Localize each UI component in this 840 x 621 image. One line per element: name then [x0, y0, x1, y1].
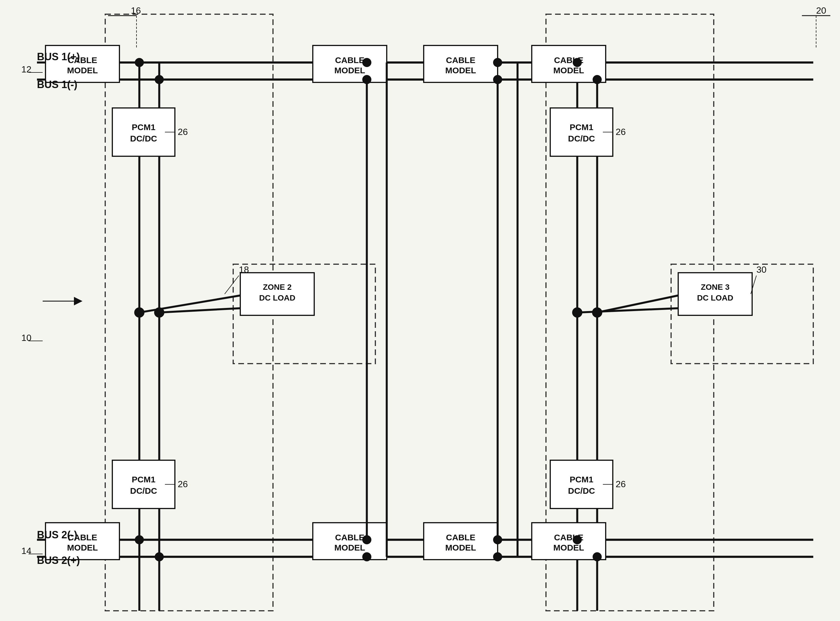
- ref-10: 10: [21, 333, 32, 343]
- cable-model-6-line1: CABLE: [335, 533, 364, 542]
- cable-model-7-line1: CABLE: [446, 533, 475, 542]
- svg-point-65: [493, 552, 502, 561]
- diagram: BUS 1(+) BUS 1(-) BUS 2(-) BUS 2(+) 16 2…: [0, 0, 840, 621]
- zone2-line2: DC LOAD: [259, 294, 295, 302]
- ref-26b: 26: [178, 479, 188, 489]
- cable-model-4-line1: CABLE: [554, 55, 583, 65]
- pcm-tr-line1: PCM1: [570, 123, 593, 132]
- cable-model-4-line2: MODEL: [553, 66, 584, 75]
- pcm-br-line2: DC/DC: [568, 486, 595, 495]
- bus2-pos-label: BUS 2(+): [37, 554, 80, 566]
- cable-model-2-line1: CABLE: [335, 55, 364, 65]
- cable-model-8-line1: CABLE: [554, 533, 583, 542]
- svg-point-29: [592, 75, 602, 84]
- ref-26d: 26: [616, 479, 626, 489]
- pcm-tl-line2: DC/DC: [130, 134, 157, 143]
- svg-marker-73: [74, 297, 82, 305]
- ref-30: 30: [756, 265, 767, 275]
- pcm-bl-line1: PCM1: [132, 475, 155, 484]
- cable-model-1-line2: MODEL: [67, 66, 98, 75]
- cable-model-6-line2: MODEL: [334, 543, 365, 552]
- pcm-tr-line2: DC/DC: [568, 134, 595, 143]
- bus1-neg-label: BUS 1(-): [37, 79, 77, 90]
- ref-14: 14: [21, 546, 32, 556]
- ref-18: 18: [239, 265, 249, 275]
- svg-point-33: [592, 552, 602, 561]
- cable-model-3-line2: MODEL: [445, 66, 476, 75]
- cable-model-7-line2: MODEL: [445, 543, 476, 552]
- svg-line-74: [225, 276, 239, 294]
- cable-model-2-line2: MODEL: [334, 66, 365, 75]
- cable-model-5-line1: CABLE: [68, 533, 97, 542]
- ref-12: 12: [21, 64, 32, 74]
- svg-line-41: [577, 308, 678, 312]
- pcm-bl-line2: DC/DC: [130, 486, 157, 495]
- svg-point-63: [362, 552, 371, 561]
- pcm-br-line1: PCM1: [570, 475, 593, 484]
- svg-point-60: [493, 58, 502, 67]
- cable-model-5-line2: MODEL: [67, 543, 98, 552]
- cable-model-1-line1: CABLE: [68, 55, 97, 65]
- pcm-tl-line1: PCM1: [132, 123, 155, 132]
- zone3-line1: ZONE 3: [701, 283, 729, 291]
- ref-26c: 26: [616, 127, 626, 137]
- ref-20: 20: [816, 5, 826, 16]
- zone3-line2: DC LOAD: [697, 294, 734, 302]
- cable-model-3-line1: CABLE: [446, 55, 475, 65]
- svg-line-39: [159, 308, 240, 312]
- ref-16: 16: [131, 5, 141, 16]
- cable-model-8-line2: MODEL: [553, 543, 584, 552]
- ref-26a: 26: [178, 127, 188, 137]
- zone2-line1: ZONE 2: [263, 283, 292, 291]
